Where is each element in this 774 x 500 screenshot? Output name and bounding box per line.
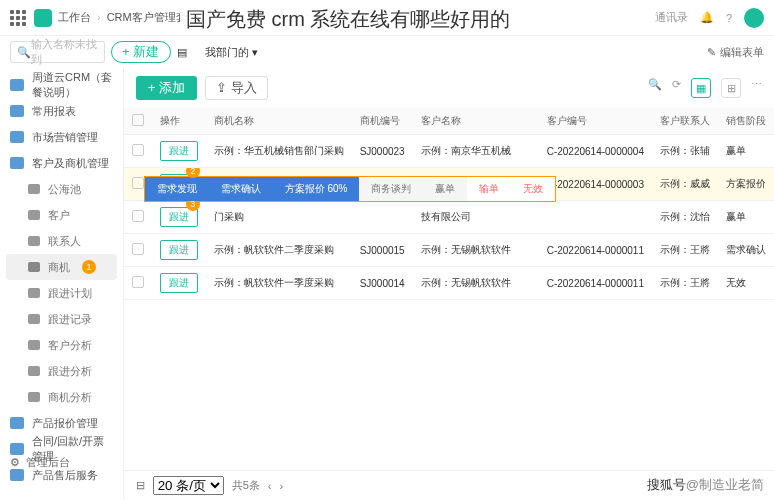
sidebar-item[interactable]: 市场营销管理 (0, 124, 123, 150)
add-button[interactable]: + 添加 (136, 76, 198, 100)
next-page-icon[interactable]: › (279, 480, 283, 492)
apps-icon[interactable] (10, 10, 26, 26)
avatar[interactable] (744, 8, 764, 28)
follow-button[interactable]: 跟进 (160, 141, 198, 161)
bell-icon[interactable]: 🔔 (700, 11, 714, 24)
main-content: + 添加 ⇪ 导入 🔍 ⟳ ▦ ⊞ ⋯ 操作商机名称商机编号客户名称客户编号客户… (124, 68, 774, 500)
edit-form-button[interactable]: ✎ 编辑表单 (707, 45, 764, 60)
table-row[interactable]: 跟进3门采购技有限公司示例：沈怡赢单 (124, 201, 774, 234)
new-button[interactable]: + 新建 (111, 41, 171, 63)
sidebar-item[interactable]: 跟进分析 (0, 358, 123, 384)
contacts-link[interactable]: 通讯录 (655, 10, 688, 25)
flow-step[interactable]: 输单 (467, 177, 511, 201)
table-row[interactable]: 跟进示例：华五机械销售部门采购SJ000023示例：南京华五机械C-202206… (124, 135, 774, 168)
folder-icon (28, 366, 40, 376)
filter-icon[interactable]: ▤ (177, 46, 187, 59)
follow-button[interactable]: 跟进 (160, 273, 198, 293)
row-checkbox[interactable] (132, 177, 144, 189)
pager-collapse-icon[interactable]: ⊟ (136, 479, 145, 492)
settings-link[interactable]: ⚙ 管理后台 (10, 455, 70, 470)
subheader: 🔍 输入名称未找到 + 新建 ▤ 我部门的 ▾ ✎ 编辑表单 (0, 36, 774, 68)
sidebar: 周道云CRM（套餐说明）常用报表市场营销管理客户及商机管理公海池客户联系人商机1… (0, 68, 124, 500)
table-row[interactable]: 跟进示例：帆软软件二季度采购SJ000015示例：无锡帆软软件C-2022061… (124, 234, 774, 267)
table-row[interactable]: 跟进示例：帆软软件一季度采购SJ000014示例：无锡帆软软件C-2022061… (124, 267, 774, 300)
search-icon[interactable]: 🔍 (648, 78, 662, 98)
logo-icon (34, 9, 52, 27)
refresh-icon[interactable]: ⟳ (672, 78, 681, 98)
folder-icon (28, 262, 40, 272)
more-icon[interactable]: ⋯ (751, 78, 762, 98)
folder-icon (10, 79, 24, 91)
folder-icon (28, 236, 40, 246)
folder-icon (28, 288, 40, 298)
folder-icon (10, 105, 24, 117)
row-checkbox[interactable] (132, 210, 144, 222)
folder-icon (28, 340, 40, 350)
sidebar-item[interactable]: 公海池 (0, 176, 123, 202)
sidebar-item[interactable]: 商机分析 (0, 384, 123, 410)
folder-icon (28, 314, 40, 324)
sidebar-item[interactable]: 周道云CRM（套餐说明） (0, 72, 123, 98)
folder-icon (28, 184, 40, 194)
prev-page-icon[interactable]: ‹ (268, 480, 272, 492)
sidebar-item[interactable]: 常用报表 (0, 98, 123, 124)
folder-icon (28, 392, 40, 402)
overlay-title: 国产免费 crm 系统在线有哪些好用的 (180, 4, 516, 35)
search-input[interactable]: 🔍 输入名称未找到 (10, 41, 105, 63)
view-list-icon[interactable]: ⊞ (721, 78, 741, 98)
folder-icon (10, 443, 24, 455)
flow-step[interactable]: 需求确认 (209, 177, 273, 201)
stage-flow: 需求发现需求确认方案报价 60%商务谈判赢单输单无效 (144, 176, 557, 202)
view-card-icon[interactable]: ▦ (691, 78, 711, 98)
page-size-select[interactable]: 20 条/页 (153, 476, 224, 495)
folder-icon (28, 210, 40, 220)
help-icon[interactable]: ? (726, 12, 732, 24)
sidebar-item[interactable]: 客户分析 (0, 332, 123, 358)
folder-icon (10, 157, 24, 169)
flow-step[interactable]: 需求发现 (145, 177, 209, 201)
data-table: 操作商机名称商机编号客户名称客户编号客户联系人销售阶段 跟进示例：华五机械销售部… (124, 108, 774, 300)
row-checkbox[interactable] (132, 243, 144, 255)
sidebar-item[interactable]: 跟进计划 (0, 280, 123, 306)
sidebar-item[interactable]: 商机1 (6, 254, 117, 280)
checkbox-all[interactable] (132, 114, 144, 126)
sidebar-item[interactable]: 客户及商机管理 (0, 150, 123, 176)
folder-icon (10, 469, 24, 481)
flow-step[interactable]: 无效 (511, 177, 555, 201)
sidebar-item[interactable]: 客户 (0, 202, 123, 228)
row-checkbox[interactable] (132, 144, 144, 156)
sidebar-item[interactable]: 跟进记录 (0, 306, 123, 332)
sidebar-item[interactable]: 联系人 (0, 228, 123, 254)
dept-dropdown[interactable]: 我部门的 ▾ (205, 45, 258, 60)
flow-step[interactable]: 商务谈判 (359, 177, 423, 201)
folder-icon (10, 417, 24, 429)
flow-step[interactable]: 赢单 (423, 177, 467, 201)
follow-button[interactable]: 跟进 (160, 240, 198, 260)
sidebar-item[interactable]: 产品报价管理 (0, 410, 123, 436)
import-button[interactable]: ⇪ 导入 (205, 76, 268, 100)
folder-icon (10, 131, 24, 143)
row-checkbox[interactable] (132, 276, 144, 288)
watermark: 搜狐号@制造业老简 (647, 476, 764, 494)
flow-step[interactable]: 方案报价 60% (273, 177, 360, 201)
